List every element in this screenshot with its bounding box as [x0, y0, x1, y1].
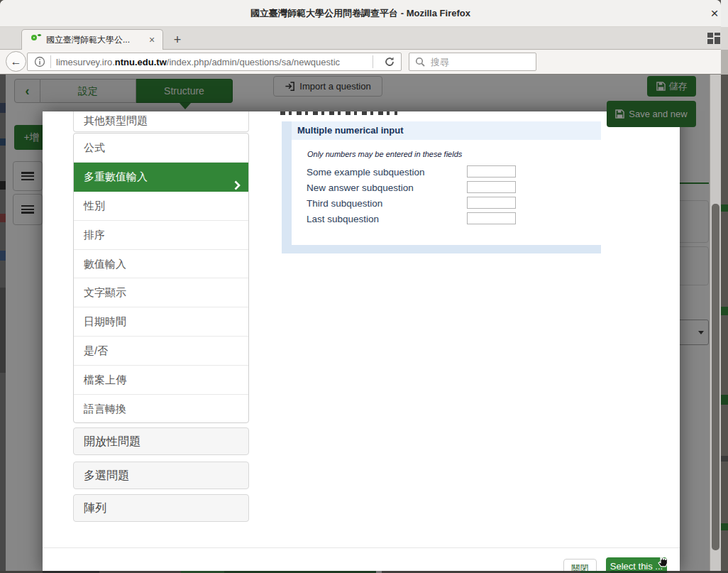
page-viewport: ‹ 設定 Structure Import a question 儲存 +增: [0, 75, 721, 573]
group-arrays[interactable]: 陣列: [73, 494, 249, 522]
reload-icon[interactable]: [384, 56, 395, 67]
url-text: limesurvey.iro.ntnu.edu.tw/index.php/adm…: [56, 57, 368, 67]
page-scrollbar[interactable]: [710, 75, 721, 573]
question-type-item[interactable]: 檔案上傳: [74, 366, 248, 395]
save-icon: [615, 109, 624, 119]
url-separator: [50, 55, 51, 68]
active-tab[interactable]: 國立臺灣師範大學公... ×: [21, 29, 163, 50]
navigation-bar: ← limesurvey.iro.ntnu.edu.tw/index.php/a…: [0, 50, 721, 75]
browser-window: 國立臺灣師範大學公用問卷調查平台 - Mozilla Firefox × 國立臺…: [0, 0, 721, 573]
subquestion-input[interactable]: [467, 165, 516, 178]
limesurvey-favicon-icon: [31, 34, 42, 45]
search-box[interactable]: [409, 53, 536, 71]
question-type-item[interactable]: 數值輸入: [74, 250, 248, 279]
tab-title: 國立臺灣師範大學公...: [46, 30, 145, 50]
save-and-new-button[interactable]: Save and new: [607, 101, 696, 127]
question-type-item[interactable]: 語言轉換: [74, 395, 248, 423]
footer-divider: [43, 547, 680, 548]
preview-help-text: Only numbers may be entered in these fie…: [307, 150, 462, 158]
question-type-dialog: 其他類型問題 公式 多重數值輸入 性別 排序 數值輸入 文字顯示 日期時間 是/…: [43, 111, 680, 573]
hand-cursor-icon: [656, 554, 668, 571]
question-type-item-selected[interactable]: 多重數值輸入: [73, 163, 249, 192]
question-type-item[interactable]: 是/否: [74, 337, 248, 366]
question-type-item[interactable]: 排序: [74, 221, 248, 250]
question-type-item[interactable]: 日期時間: [74, 307, 248, 337]
preview-title: Multiple numerical input: [292, 121, 601, 140]
group-open-questions[interactable]: 開放性問題: [73, 427, 249, 455]
scrollbar-thumb[interactable]: [712, 204, 719, 550]
screen: 國立臺灣師範大學公用問卷調查平台 - Mozilla Firefox × 國立臺…: [0, 0, 728, 573]
search-icon: [415, 57, 425, 67]
group-multiple-choice[interactable]: 多選問題: [73, 462, 249, 489]
subquestion-input[interactable]: [467, 212, 516, 224]
title-bar: 國立臺灣師範大學公用問卷調查平台 - Mozilla Firefox ×: [0, 0, 721, 27]
question-type-list: 公式 多重數值輸入 性別 排序 數值輸入 文字顯示 日期時間 是/否 檔案上傳 …: [73, 133, 249, 423]
question-type-item[interactable]: 公式: [74, 133, 248, 163]
site-info-icon[interactable]: [34, 56, 45, 67]
tab-strip: 國立臺灣師範大學公... × +: [0, 27, 721, 50]
question-preview: Multiple numerical input Only numbers ma…: [282, 121, 601, 253]
tab-close-icon[interactable]: ×: [145, 33, 158, 46]
tab-groups-icon[interactable]: [707, 32, 721, 45]
group-other-question-types[interactable]: 其他類型問題: [73, 111, 249, 132]
question-type-item[interactable]: 性別: [74, 192, 248, 221]
clipped-heading-fragment: [280, 111, 397, 115]
url-separator: [373, 55, 373, 68]
subquestion-label: Third subquestion: [307, 198, 448, 209]
window-title: 國立臺灣師範大學公用問卷調查平台 - Mozilla Firefox: [0, 0, 721, 27]
subquestion-input[interactable]: [467, 197, 516, 209]
subquestion-label: New answer subquestion: [307, 182, 448, 193]
url-bar[interactable]: limesurvey.iro.ntnu.edu.tw/index.php/adm…: [27, 53, 402, 71]
preview-body: Only numbers may be entered in these fie…: [292, 140, 601, 245]
subquestion-label: Last subquestion: [307, 214, 448, 224]
search-input[interactable]: [429, 56, 522, 68]
subquestion-input[interactable]: [467, 181, 516, 193]
subquestion-label: Some example subquestion: [307, 167, 448, 178]
desktop-right-edge: [721, 0, 728, 573]
question-type-item[interactable]: 文字顯示: [74, 278, 248, 307]
new-tab-button[interactable]: +: [169, 33, 186, 47]
back-button[interactable]: ←: [6, 51, 26, 72]
